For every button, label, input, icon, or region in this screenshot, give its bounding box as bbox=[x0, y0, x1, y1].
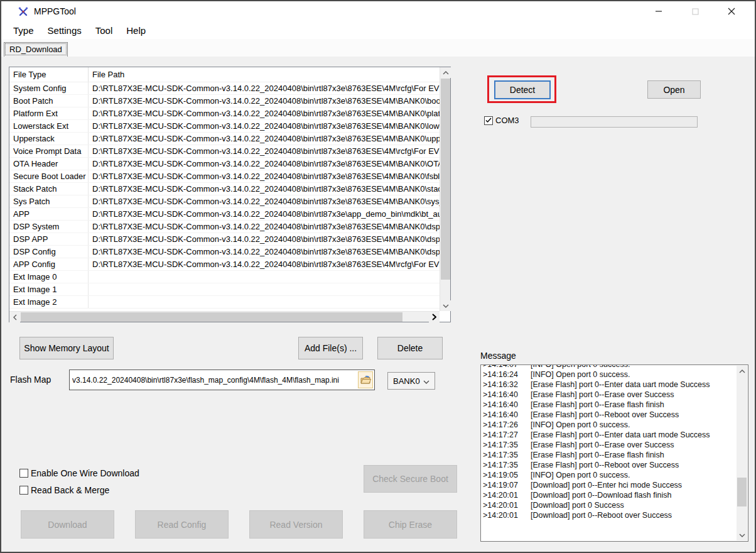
table-row[interactable]: Ext Image 0 bbox=[9, 271, 440, 283]
table-header: File Type File Path bbox=[9, 67, 440, 82]
file-path-cell: D:\RTL87X3E-MCU-SDK-Common-v3.14.0.22_20… bbox=[89, 133, 440, 145]
close-button[interactable] bbox=[713, 1, 750, 21]
log-line: >14:17:35[Erase Flash] port 0--Reboot ov… bbox=[483, 460, 737, 470]
table-row[interactable]: UpperstackD:\RTL87X3E-MCU-SDK-Common-v3.… bbox=[9, 133, 440, 145]
com3-checkbox-row: COM3 bbox=[484, 116, 519, 125]
table-row[interactable]: Lowerstack ExtD:\RTL87X3E-MCU-SDK-Common… bbox=[9, 120, 440, 133]
read-config-button[interactable]: Read Config bbox=[135, 510, 229, 539]
table-row[interactable]: DSP SystemD:\RTL87X3E-MCU-SDK-Common-v3.… bbox=[9, 221, 440, 233]
table-row[interactable]: OTA HeaderD:\RTL87X3E-MCU-SDK-Common-v3.… bbox=[9, 158, 440, 170]
table-row[interactable]: APP ConfigD:\RTL87X3E-MCU-SDK-Common-v3.… bbox=[9, 258, 440, 271]
log-text: [Erase Flash] port 0--Enter data uart mo… bbox=[531, 380, 710, 390]
table-row[interactable]: DSP ConfigD:\RTL87X3E-MCU-SDK-Common-v3.… bbox=[9, 246, 440, 258]
bank-select-value: BANK0 bbox=[393, 376, 420, 386]
scroll-down-icon[interactable] bbox=[440, 300, 451, 311]
download-button[interactable]: Download bbox=[21, 510, 114, 539]
column-header-file-path[interactable]: File Path bbox=[89, 67, 440, 82]
table-row[interactable]: Secure Boot LoaderD:\RTL87X3E-MCU-SDK-Co… bbox=[9, 170, 440, 183]
table-vscroll-thumb[interactable] bbox=[441, 79, 450, 280]
log-text: [Erase Flash] port 0--Erase flash finish bbox=[531, 400, 664, 410]
tab-rd-download[interactable]: RD_Download bbox=[4, 42, 68, 57]
message-log-lines: >14:14:07[INFO] Open port 0 success.>14:… bbox=[483, 365, 737, 520]
table-row[interactable]: Ext Image 1 bbox=[9, 283, 440, 296]
message-vscroll-thumb[interactable] bbox=[737, 478, 747, 506]
log-time: >14:20:01 bbox=[483, 510, 531, 520]
log-line: >14:17:35[Erase Flash] port 0--Erase fla… bbox=[483, 450, 737, 460]
log-line: >14:16:32[Erase Flash] port 0--Enter dat… bbox=[483, 380, 737, 390]
log-line: >14:16:40[Erase Flash] port 0--Erase ove… bbox=[483, 390, 737, 400]
flash-map-input[interactable] bbox=[70, 376, 358, 385]
chip-erase-button[interactable]: Chip Erase bbox=[364, 510, 457, 539]
browse-folder-icon[interactable] bbox=[358, 371, 373, 388]
log-line: >14:16:24[INFO] Open port 0 success. bbox=[483, 370, 737, 380]
one-wire-checkbox[interactable] bbox=[19, 469, 28, 478]
log-time: >14:19:07 bbox=[483, 480, 531, 490]
bank-select[interactable]: BANK0 bbox=[387, 372, 435, 390]
table-row[interactable]: APPD:\RTL87X3E-MCU-SDK-Common-v3.14.0.22… bbox=[9, 208, 440, 221]
scroll-up-icon[interactable] bbox=[440, 67, 451, 78]
chevron-down-icon bbox=[423, 376, 429, 386]
show-memory-layout-button[interactable]: Show Memory Layout bbox=[19, 337, 114, 359]
file-type-cell: DSP Config bbox=[9, 246, 89, 258]
file-path-cell: D:\RTL87X3E-MCU-SDK-Common-v3.14.0.22_20… bbox=[89, 208, 440, 220]
table-row[interactable]: Stack PatchD:\RTL87X3E-MCU-SDK-Common-v3… bbox=[9, 183, 440, 195]
file-path-cell bbox=[89, 271, 440, 283]
table-row[interactable]: Ext Image 2 bbox=[9, 296, 440, 309]
table-row[interactable]: Voice Prompt DataD:\RTL87X3E-MCU-SDK-Com… bbox=[9, 145, 440, 158]
file-type-cell: APP Config bbox=[9, 258, 89, 270]
log-line: >14:17:35[Erase Flash] port 0--Erase ove… bbox=[483, 440, 737, 450]
read-back-checkbox[interactable] bbox=[19, 486, 28, 495]
read-back-row: Read Back & Merge bbox=[19, 485, 109, 495]
table-row[interactable]: Boot PatchD:\RTL87X3E-MCU-SDK-Common-v3.… bbox=[9, 95, 440, 107]
log-line: >14:16:40[Erase Flash] port 0--Reboot ov… bbox=[483, 410, 737, 420]
table-vertical-scrollbar[interactable] bbox=[440, 67, 450, 311]
log-time: >14:20:01 bbox=[483, 490, 531, 500]
minimize-button[interactable] bbox=[640, 1, 677, 21]
table-row[interactable]: System ConfigD:\RTL87X3E-MCU-SDK-Common-… bbox=[9, 82, 440, 95]
table-horizontal-scrollbar[interactable] bbox=[9, 311, 440, 322]
file-path-cell: D:\RTL87X3E-MCU-SDK-Common-v3.14.0.22_20… bbox=[89, 95, 440, 107]
file-type-cell: DSP APP bbox=[9, 233, 89, 245]
menu-settings[interactable]: Settings bbox=[41, 24, 89, 37]
com3-checkbox[interactable] bbox=[484, 116, 493, 125]
file-type-cell: Stack Patch bbox=[9, 183, 89, 195]
log-text: [Download] port 0--Download flash finish bbox=[531, 490, 671, 500]
log-text: [Erase Flash] port 0--Erase over Success bbox=[531, 440, 674, 450]
one-wire-label: Enable One Wire Download bbox=[31, 468, 139, 478]
file-path-cell: D:\RTL87X3E-MCU-SDK-Common-v3.14.0.22_20… bbox=[89, 246, 440, 258]
menu-help[interactable]: Help bbox=[119, 24, 153, 37]
detect-button[interactable]: Detect bbox=[494, 80, 551, 99]
scroll-right-icon[interactable] bbox=[429, 312, 440, 322]
message-vertical-scrollbar[interactable] bbox=[737, 366, 747, 540]
log-text: [Download] port 0 Success bbox=[531, 500, 624, 510]
log-time: >14:16:24 bbox=[483, 370, 531, 380]
column-header-file-type[interactable]: File Type bbox=[9, 67, 89, 82]
menu-tool[interactable]: Tool bbox=[89, 24, 120, 37]
read-back-label: Read Back & Merge bbox=[31, 485, 109, 495]
file-path-cell: D:\RTL87X3E-MCU-SDK-Common-v3.14.0.22_20… bbox=[89, 258, 440, 270]
scroll-down-icon[interactable] bbox=[737, 530, 747, 540]
scroll-left-icon[interactable] bbox=[9, 312, 20, 322]
delete-button[interactable]: Delete bbox=[377, 337, 443, 359]
maximize-button[interactable] bbox=[677, 1, 713, 21]
one-wire-row: Enable One Wire Download bbox=[19, 468, 139, 478]
log-time: >14:16:40 bbox=[483, 390, 531, 400]
menu-type[interactable]: Type bbox=[6, 24, 41, 37]
file-type-cell: Ext Image 1 bbox=[9, 283, 89, 295]
table-row[interactable]: Sys PatchD:\RTL87X3E-MCU-SDK-Common-v3.1… bbox=[9, 195, 440, 208]
log-text: [INFO] Open port 0 success. bbox=[531, 370, 630, 380]
log-time: >14:16:40 bbox=[483, 400, 531, 410]
read-version-button[interactable]: Read Version bbox=[249, 510, 343, 539]
file-type-cell: Platform Ext bbox=[9, 107, 89, 119]
scroll-up-icon[interactable] bbox=[737, 366, 747, 376]
table-row[interactable]: Platform ExtD:\RTL87X3E-MCU-SDK-Common-v… bbox=[9, 107, 440, 120]
log-line: >14:19:07[Download] port 0--Enter hci mo… bbox=[483, 480, 737, 490]
check-secure-boot-button[interactable]: Check Secure Boot bbox=[364, 465, 457, 493]
table-row[interactable]: DSP APPD:\RTL87X3E-MCU-SDK-Common-v3.14.… bbox=[9, 233, 440, 246]
open-button[interactable]: Open bbox=[647, 80, 701, 99]
message-label: Message bbox=[480, 351, 516, 361]
file-path-cell: D:\RTL87X3E-MCU-SDK-Common-v3.14.0.22_20… bbox=[89, 183, 440, 195]
table-hscroll-thumb[interactable] bbox=[21, 312, 402, 322]
add-files-button[interactable]: Add File(s) ... bbox=[298, 337, 363, 359]
log-line: >14:20:01[Download] port 0--Reboot over … bbox=[483, 510, 737, 520]
